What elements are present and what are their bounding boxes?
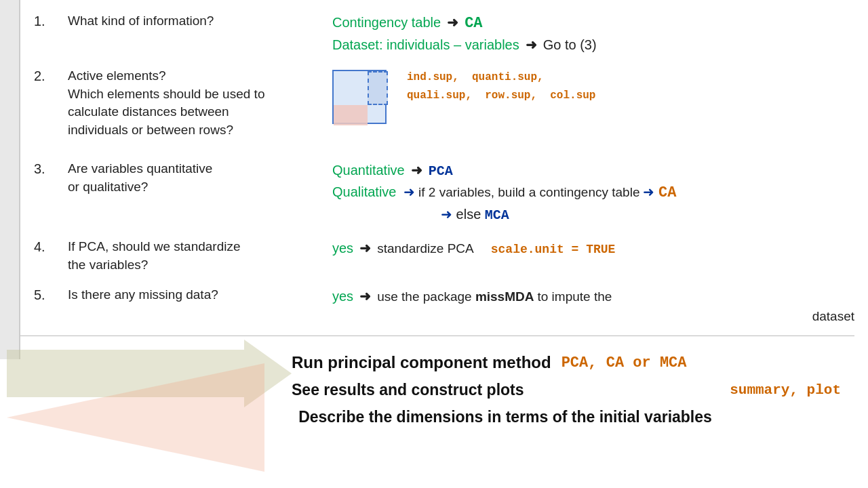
item-4-number: 4. (34, 238, 61, 255)
item-5-number: 5. (34, 286, 61, 303)
left-bar (0, 0, 20, 359)
bottom-section: Run principal component method PCA, CA o… (34, 343, 854, 430)
impute-text: to impute the (537, 289, 612, 304)
arrow-6: ➜ (441, 207, 456, 222)
item-3-line-1: Quantitative ➜ PCA (332, 160, 854, 182)
arrow-7: ➜ (359, 238, 371, 258)
missmda-label: missMDA (475, 289, 534, 304)
standardize-label: standardize PCA (377, 241, 474, 256)
item-1-question: What kind of information? (68, 12, 326, 30)
see-text: See results and construct plots (292, 381, 524, 399)
item-5-line-1: yes ➜ use the package missMDA to impute … (332, 286, 854, 307)
run-row: Run principal component method PCA, CA o… (34, 343, 854, 378)
box-diagram: ind.sup, quanti.sup, quali.sup, row.sup,… (332, 68, 854, 148)
item-3-line-2: Qualitative ➜ if 2 variables, build a co… (332, 182, 854, 204)
item-2: 2. Active elements?Which elements should… (34, 67, 854, 148)
contingency-table-label: Contingency table (332, 15, 441, 30)
pca-label: PCA (429, 163, 453, 179)
quantitative-label: Quantitative (332, 163, 405, 178)
arrow-1: ➜ (447, 12, 458, 33)
run-methods: PCA, CA or MCA (561, 354, 687, 371)
item-1-answer: Contingency table ➜ CA Dataset: individu… (332, 12, 854, 55)
item-1-answer-line-1: Contingency table ➜ CA (332, 12, 854, 35)
scale-unit-label: scale.unit = TRUE (491, 243, 616, 256)
item-5-answer: yes ➜ use the package missMDA to impute … (332, 286, 854, 326)
else-label: else (456, 207, 485, 222)
sup-line-1: ind.sup, quanti.sup, (407, 68, 595, 87)
main-content: 1. What kind of information? Contingency… (20, 0, 868, 488)
item-1-number: 1. (34, 12, 61, 29)
describe-text: Describe the dimensions in terms of the … (298, 408, 712, 426)
describe-row: Describe the dimensions in terms of the … (34, 403, 854, 430)
diagram-box (332, 70, 393, 148)
item-3-line-3: ➜ else MCA (441, 204, 854, 226)
item-1: 1. What kind of information? Contingency… (34, 12, 854, 55)
item-1-answer-line-2: Dataset: individuals – variables ➜ Go to… (332, 35, 854, 55)
item-4-line-1: yes ➜ standardize PCA scale.unit = TRUE (332, 238, 854, 259)
item-5: 5. Is there any missing data? yes ➜ use … (34, 286, 854, 326)
if-2-vars-text: if 2 variables, build a contingency tabl… (418, 185, 639, 199)
run-text: Run principal component method (292, 353, 551, 372)
arrow-4: ➜ (403, 184, 419, 199)
mca-label: MCA (485, 207, 509, 223)
item-3: 3. Are variables quantitativeor qualitat… (34, 160, 854, 226)
item-3-answer: Quantitative ➜ PCA Qualitative ➜ if 2 va… (332, 160, 854, 226)
arrow-2: ➜ (526, 35, 537, 55)
dataset-label: Dataset: individuals – variables (332, 37, 519, 52)
goto-label: Go to (3) (543, 37, 597, 52)
ca-label-2: CA (658, 184, 676, 201)
item-4: 4. If PCA, should we standardizethe vari… (34, 238, 854, 274)
item-2-question: Active elements?Which elements should be… (68, 67, 326, 139)
use-pkg-text: use the package (377, 289, 475, 304)
diagram-outer-box (332, 70, 387, 124)
item-3-number: 3. (34, 160, 61, 177)
dataset-text: dataset (812, 309, 854, 323)
diagram-bottom-left (334, 105, 368, 125)
item-2-number: 2. (34, 67, 61, 84)
ca-label-1: CA (465, 15, 482, 32)
see-methods: summary, plot (730, 382, 841, 398)
divider (20, 336, 854, 336)
yes-label-5: yes (332, 289, 353, 304)
sup-line-2: quali.sup, row.sup, col.sup (407, 87, 595, 105)
see-results-row: See results and construct plots summary,… (34, 378, 854, 403)
item-5-line-2: dataset (536, 307, 854, 327)
item-3-question: Are variables quantitativeor qualitative… (68, 160, 326, 196)
item-4-answer: yes ➜ standardize PCA scale.unit = TRUE (332, 238, 854, 259)
qualitative-label: Qualitative (332, 184, 397, 199)
sup-labels: ind.sup, quanti.sup, quali.sup, row.sup,… (407, 68, 595, 105)
items-section: 1. What kind of information? Contingency… (34, 7, 854, 333)
diagram-top-right (368, 71, 388, 105)
arrow-8: ➜ (359, 286, 371, 306)
yes-label-4: yes (332, 241, 353, 256)
item-2-answer: ind.sup, quanti.sup, quali.sup, row.sup,… (332, 67, 854, 148)
arrow-5: ➜ (643, 184, 658, 199)
item-5-question: Is there any missing data? (68, 286, 326, 304)
item-4-question: If PCA, should we standardizethe variabl… (68, 238, 326, 274)
arrow-3: ➜ (411, 160, 422, 180)
